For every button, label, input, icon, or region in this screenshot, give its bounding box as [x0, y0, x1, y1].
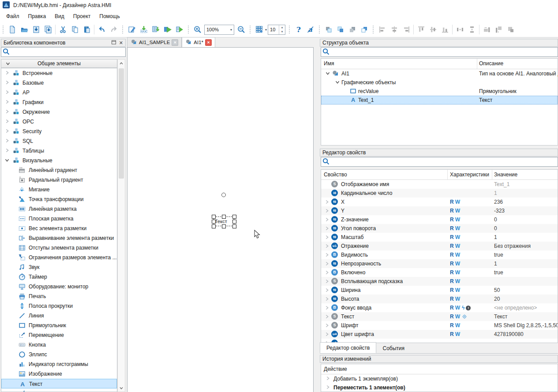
- chevron-right-icon[interactable]: [4, 89, 10, 97]
- column-name[interactable]: Имя: [324, 60, 334, 67]
- selection-handle[interactable]: [232, 215, 236, 219]
- library-item-ellipse[interactable]: Эллипс: [1, 350, 117, 359]
- scroll-down-icon[interactable]: [118, 385, 124, 391]
- column-value[interactable]: Значение: [494, 172, 517, 178]
- property-row-Отображаемое имя[interactable]: SОтображаемое имяText_1: [321, 180, 558, 189]
- selection-handle[interactable]: [212, 215, 216, 219]
- chevron-right-icon[interactable]: [324, 322, 330, 330]
- send-to-back-button[interactable]: [358, 24, 370, 36]
- chevron-right-icon[interactable]: [324, 234, 330, 242]
- column-action[interactable]: Действие: [324, 366, 347, 372]
- library-group-8[interactable]: Таблицы: [1, 146, 117, 156]
- chevron-right-icon[interactable]: [4, 108, 10, 116]
- chevron-right-icon[interactable]: [324, 199, 330, 206]
- chevron-down-icon[interactable]: [334, 79, 341, 86]
- chevron-right-icon[interactable]: [4, 118, 10, 126]
- library-item-histogram[interactable]: Индикатор гистограммы: [1, 359, 117, 369]
- run-screen-button[interactable]: [161, 24, 173, 36]
- close-tab-icon[interactable]: ✕: [172, 39, 178, 46]
- chevron-right-icon[interactable]: [324, 314, 330, 321]
- library-item-sound[interactable]: Звук: [1, 262, 117, 272]
- zoom-out-button[interactable]: [235, 24, 247, 36]
- chevron-right-icon[interactable]: [324, 208, 330, 215]
- library-item-blink[interactable]: Мигание: [1, 185, 117, 194]
- chevron-right-icon[interactable]: [324, 243, 330, 250]
- library-item-text[interactable]: AТекст: [1, 379, 117, 388]
- library-item-scrollbar[interactable]: Полоса прокрутки: [1, 301, 117, 311]
- property-row-Текст[interactable]: SТекстRWТекст: [321, 312, 558, 321]
- property-row-X[interactable]: f8XRW236: [321, 198, 558, 206]
- chevron-right-icon[interactable]: [4, 138, 10, 145]
- menu-3[interactable]: Проект: [69, 12, 95, 21]
- property-row-Y[interactable]: f8YRW-323: [321, 206, 558, 215]
- bottom-tab-1[interactable]: События: [376, 343, 411, 353]
- open-file-button[interactable]: [18, 24, 30, 36]
- history-row-1[interactable]: Переместить 1 элемент(ов): [321, 383, 558, 392]
- transform-point-marker[interactable]: [221, 193, 226, 197]
- property-row-Ширина[interactable]: f8ШиринаRW50: [321, 286, 558, 295]
- structure-row-Графические объекты[interactable]: Графические объекты: [321, 78, 558, 87]
- library-group-2[interactable]: АР: [1, 88, 117, 97]
- distribute-v-button[interactable]: [466, 24, 478, 36]
- float-panel-icon[interactable]: [111, 40, 116, 46]
- library-scrollbar[interactable]: [117, 59, 125, 392]
- library-search-input[interactable]: [10, 48, 125, 56]
- library-item-monitor[interactable]: Оборудование: монитор: [1, 282, 117, 291]
- spin-down-icon[interactable]: ▼: [279, 30, 285, 34]
- property-row-Кардинальное число[interactable]: i8Кардинальное число1: [321, 189, 558, 198]
- chevron-right-icon[interactable]: [324, 278, 330, 286]
- chevron-right-icon[interactable]: [324, 252, 330, 259]
- library-group-9[interactable]: Визуальные: [1, 156, 117, 165]
- menu-4[interactable]: Помощь: [95, 12, 124, 21]
- property-row-Цвет шрифта[interactable]: u4Цвет шрифтаRW4278190080: [321, 330, 558, 339]
- zoom-level-combo[interactable]: 100%▾: [204, 25, 234, 35]
- chevron-right-icon[interactable]: [325, 384, 331, 392]
- library-item-size-constraints[interactable]: Ограничения размеров элемента ...: [1, 253, 117, 262]
- property-row-Фокус ввода[interactable]: BФокус вводаRWϟ!<не определено>: [321, 303, 558, 312]
- property-row-Всплывающая подсказка[interactable]: SВсплывающая подсказкаRW: [321, 277, 558, 286]
- grid-dropdown-caret[interactable]: ▾: [265, 28, 267, 32]
- library-item-button[interactable]: btnКнопка: [1, 340, 117, 350]
- chevron-right-icon[interactable]: [324, 331, 330, 339]
- bottom-tab-0[interactable]: Редактор свойств: [320, 342, 376, 353]
- library-group-5[interactable]: OPC: [1, 117, 117, 127]
- grid-size-spinner[interactable]: 10▲▼: [268, 25, 285, 35]
- new-file-button[interactable]: [6, 24, 18, 36]
- library-item-layout-weight[interactable]: Вес элемента разметки: [1, 224, 117, 233]
- close-panel-icon[interactable]: ✕: [119, 40, 123, 46]
- library-item-flat-layout[interactable]: Плоская разметка: [1, 214, 117, 224]
- property-row-Масштаб[interactable]: f8МасштабRW1: [321, 233, 558, 242]
- column-description[interactable]: Описание: [479, 60, 503, 67]
- antialias-button[interactable]: a: [304, 24, 316, 36]
- grid-button[interactable]: [253, 24, 265, 36]
- menu-0[interactable]: Файл: [2, 12, 24, 21]
- selection-handle[interactable]: [232, 224, 236, 228]
- chevron-down-icon[interactable]: [325, 70, 331, 78]
- scrollbar-thumb[interactable]: [119, 68, 124, 179]
- library-item-layout-margins[interactable]: Отступы элемента разметки: [1, 243, 117, 253]
- selection-handle[interactable]: [212, 224, 216, 228]
- property-row-Отражение[interactable]: u1ОтражениеRWБез отражения: [321, 242, 558, 250]
- library-group-1[interactable]: Базовые: [1, 78, 117, 88]
- same-width-button[interactable]: [481, 24, 493, 36]
- history-row-0[interactable]: Добавить 1 экземпляр(ов): [321, 374, 558, 383]
- align-right-button[interactable]: [400, 24, 412, 36]
- document-tab-1[interactable]: AI1*✕: [182, 37, 215, 47]
- selection-handle[interactable]: [222, 224, 226, 228]
- library-item-image[interactable]: Изображение: [1, 369, 117, 379]
- save-all-button[interactable]: [42, 24, 54, 36]
- library-item-print[interactable]: Печать: [1, 291, 117, 301]
- column-property[interactable]: Свойство: [324, 172, 347, 178]
- chevron-right-icon[interactable]: [324, 217, 330, 224]
- chevron-right-icon[interactable]: [324, 296, 330, 303]
- cut-button[interactable]: [57, 24, 69, 36]
- chevron-right-icon[interactable]: [324, 225, 330, 233]
- redo-button[interactable]: [108, 24, 120, 36]
- structure-row-Text_1[interactable]: AText_1Текст: [321, 96, 558, 105]
- design-canvas[interactable]: Текст: [127, 47, 314, 392]
- zoom-in-button[interactable]: [191, 24, 203, 36]
- align-middle-v-button[interactable]: [427, 24, 439, 36]
- property-row-Z-значение[interactable]: f8Z-значениеRW0: [321, 215, 558, 224]
- library-item-line[interactable]: Линия: [1, 311, 117, 321]
- selection-handle[interactable]: [222, 215, 226, 219]
